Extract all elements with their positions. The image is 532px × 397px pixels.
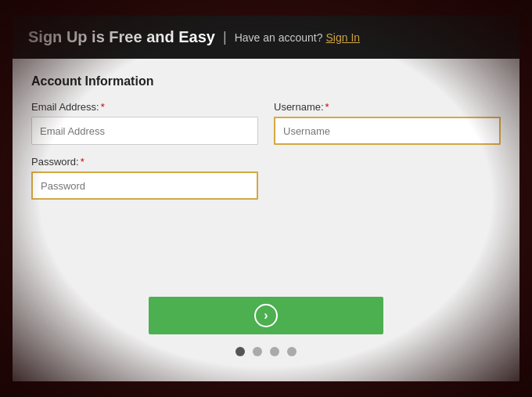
form-content: Account Information Email Address:* User… — [13, 59, 519, 381]
bottom-section: › — [31, 297, 501, 366]
email-username-row: Email Address:* Username:* — [31, 101, 501, 145]
email-label: Email Address:* — [31, 101, 258, 113]
password-required: * — [81, 156, 84, 168]
signin-link[interactable]: Sign In — [326, 31, 361, 44]
arrow-circle: › — [254, 304, 278, 327]
dot-3 — [270, 347, 279, 356]
arrow-icon: › — [264, 309, 268, 322]
header-divider: | — [223, 29, 227, 45]
dot-1 — [235, 347, 245, 356]
have-account-text: Have an account? — [235, 31, 323, 44]
email-group: Email Address:* — [31, 101, 258, 145]
dot-2 — [253, 347, 262, 356]
header-title: Sign Up is Free and Easy — [28, 28, 215, 46]
pagination-dots — [235, 347, 297, 356]
dot-4 — [287, 347, 297, 356]
username-group: Username:* — [274, 101, 501, 145]
username-input[interactable] — [274, 117, 501, 145]
email-input[interactable] — [31, 117, 258, 145]
header-bar: Sign Up is Free and Easy | Have an accou… — [13, 16, 519, 59]
password-row: Password:* — [31, 156, 501, 200]
next-button[interactable]: › — [149, 297, 383, 334]
username-label: Username:* — [274, 101, 501, 113]
username-required: * — [325, 101, 329, 113]
section-title: Account Information — [31, 74, 501, 88]
signup-container: Sign Up is Free and Easy | Have an accou… — [13, 16, 519, 381]
email-required: * — [101, 101, 105, 113]
password-label: Password:* — [31, 156, 258, 168]
password-group: Password:* — [31, 156, 258, 200]
password-input[interactable] — [31, 171, 258, 200]
